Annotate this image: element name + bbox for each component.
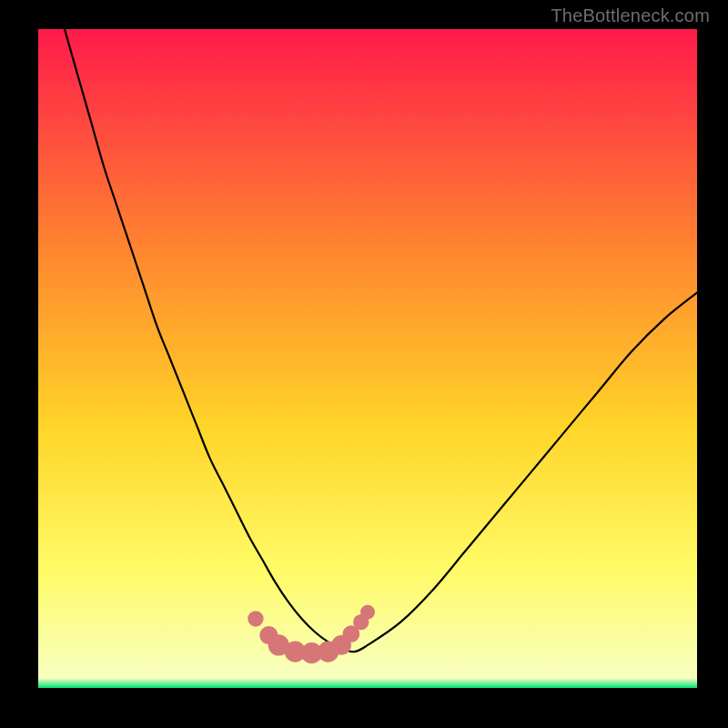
chart-stage: TheBottleneck.com <box>0 0 728 728</box>
plot-area <box>38 29 697 688</box>
curve-markers <box>248 605 375 663</box>
bottleneck-curve <box>65 29 697 652</box>
curve-marker <box>360 605 375 620</box>
chart-svg <box>38 29 697 688</box>
curve-marker <box>248 611 263 626</box>
watermark-text: TheBottleneck.com <box>551 5 710 26</box>
